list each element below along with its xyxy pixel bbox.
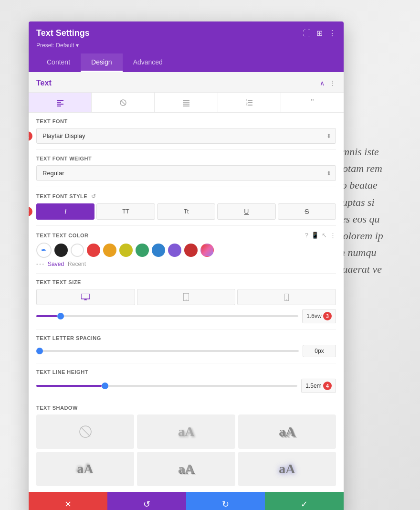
device-desktop-button[interactable] [36,289,135,305]
panel-title-row: Text Settings ⛶ ⊞ ⋮ [36,28,336,38]
fullscreen-icon[interactable]: ⛶ [303,29,311,38]
text-color-label: Text Text Color [36,233,89,238]
mobile-icon [284,294,289,301]
font-style-reset-icon[interactable]: ↺ [91,193,96,200]
color-swatch-gradient[interactable] [200,244,214,257]
device-mobile-button[interactable] [237,289,336,305]
color-swatch-purple[interactable] [168,244,181,257]
style-uppercase-button[interactable]: TT [96,203,155,220]
shadow-style-4-card[interactable]: aA [137,452,235,486]
text-font-weight-group: Text Font Weight Regular [36,150,336,187]
tab-design[interactable]: Design [81,53,123,72]
color-swatch-red[interactable] [87,244,100,257]
color-more-icon[interactable]: ⋮ [330,232,336,239]
text-settings-panel: Text Settings ⛶ ⊞ ⋮ Preset: Default ▾ Co… [29,21,344,510]
align-ordered-icon: 1. 2. 3. [245,99,253,106]
color-swatch-white[interactable] [71,244,84,257]
tab-advanced[interactable]: Advanced [123,53,173,72]
tab-content[interactable]: Content [36,53,81,72]
align-none-icon [119,99,127,106]
panel-body: Text ∧ ⋮ [29,72,344,510]
letter-spacing-slider-thumb[interactable] [36,348,43,354]
style-strikethrough-button[interactable]: S [278,203,336,220]
letter-spacing-slider-track[interactable] [36,350,299,352]
dots-icon: • • • [36,262,44,267]
align-ordered-button[interactable]: 1. 2. 3. [218,93,281,112]
text-font-group: Text Font 1 Playfair Display [36,113,336,150]
color-swatch-black[interactable] [54,244,68,257]
confirm-button[interactable]: ✓ [265,492,344,510]
layout-icon[interactable]: ⊞ [316,29,323,38]
text-shadow-group: Text Shadow aA aA aA [36,399,336,492]
panel-tabs: Content Design Advanced [36,53,336,72]
svg-rect-15 [183,104,189,105]
shadow-style-3-card[interactable]: aA [36,452,134,486]
eyedropper-button[interactable]: ✒ [36,243,52,258]
style-italic-button[interactable]: I [36,203,94,220]
shadow-style-2-card[interactable]: aA [238,414,336,449]
font-style-field-row: 2 I TT Tt U S [36,203,336,220]
panel-preset[interactable]: Preset: Default ▾ [36,42,336,49]
align-list-button[interactable] [155,93,218,112]
align-list-icon [182,99,190,106]
alignment-toolbar: 1. 2. 3. " [29,93,344,113]
panel-title-icons: ⛶ ⊞ ⋮ [303,29,336,38]
color-cursor-icon[interactable]: ↖ [322,232,327,239]
desktop-icon [81,294,90,300]
section-title: Text [36,79,52,87]
text-size-slider-track[interactable] [36,315,298,317]
badge-3: 3 [323,312,332,320]
line-height-slider-row: 1.5em 4 [36,379,336,393]
text-font-select[interactable]: Playfair Display [36,128,336,144]
svg-rect-17 [183,100,184,101]
svg-rect-20 [183,106,184,106]
collapse-icon[interactable]: ∧ [320,79,325,87]
color-recent-button[interactable]: Recent [68,261,86,267]
text-shadow-label: Text Shadow [36,405,336,411]
align-left-button[interactable] [29,93,92,112]
section-more-icon[interactable]: ⋮ [329,79,336,87]
style-capitalize-button[interactable]: Tt [157,203,215,220]
align-none-button[interactable] [92,93,155,112]
svg-rect-18 [183,102,184,103]
svg-rect-8 [57,102,61,103]
redo-button[interactable]: ↻ [186,492,265,510]
color-swatch-orange[interactable] [103,244,116,257]
svg-point-33 [286,299,287,300]
color-saved-button[interactable]: Saved [48,261,64,267]
cancel-button[interactable]: ✕ [29,492,107,510]
line-height-slider-thumb[interactable] [102,382,108,389]
text-size-label: Text Text Size [36,279,336,285]
color-help-icon[interactable]: ? [305,232,308,239]
reset-button[interactable]: ↺ [107,492,186,510]
text-size-slider-thumb[interactable] [57,313,64,319]
text-font-weight-label: Text Font Weight [36,156,336,161]
text-size-slider-fill [36,315,57,317]
shadow-none-card[interactable] [36,414,134,449]
section-header-icons: ∧ ⋮ [320,79,336,87]
svg-rect-10 [57,106,61,106]
shadow-text-5: aA [279,461,295,477]
confirm-icon: ✓ [301,499,308,510]
letter-spacing-slider-row: 0px [36,345,336,357]
color-swatch-blue[interactable] [152,244,165,257]
color-swatch-green[interactable] [136,244,149,257]
color-swatch-darkred[interactable] [184,244,198,257]
svg-line-12 [121,100,126,105]
shadow-style-1-card[interactable]: aA [137,414,235,449]
svg-rect-26 [248,105,252,106]
align-quote-button[interactable]: " [281,93,344,112]
svg-rect-7 [57,100,63,101]
line-height-slider-track[interactable] [36,385,297,387]
style-underline-button[interactable]: U [217,203,275,220]
line-height-slider-fill [36,385,102,387]
svg-point-31 [186,299,187,300]
svg-rect-13 [183,100,189,101]
shadow-style-5-card[interactable]: aA [238,452,336,486]
more-icon[interactable]: ⋮ [328,29,336,38]
text-font-weight-wrapper: Regular [36,165,336,181]
color-swatch-yellow[interactable] [119,244,133,257]
device-tablet-button[interactable] [137,289,236,305]
text-font-weight-select[interactable]: Regular [36,165,336,181]
color-mobile-icon[interactable]: 📱 [311,232,319,239]
